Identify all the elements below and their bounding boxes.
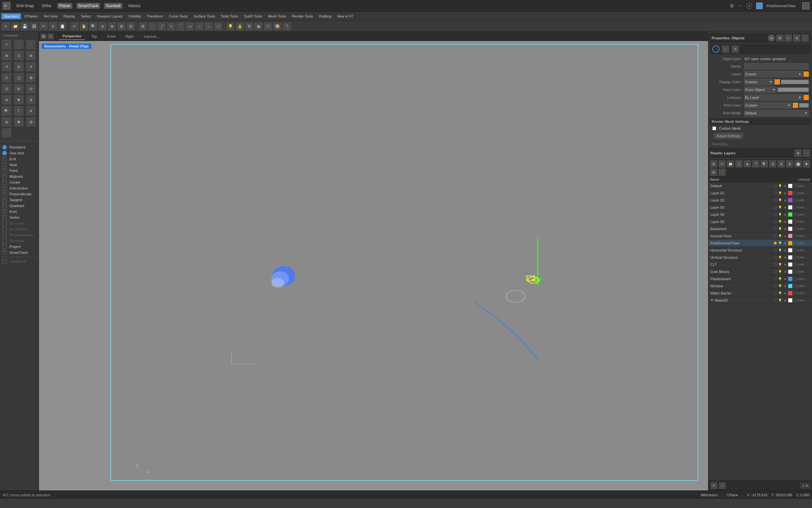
ellipse-btn[interactable]: ⬭ — [214, 22, 223, 31]
viewport-single-icon[interactable]: ▭ — [47, 33, 54, 40]
layers-btn-10[interactable]: ⊗ — [786, 160, 794, 168]
zoom-window[interactable]: ⊕ — [107, 22, 116, 31]
light-btn[interactable]: 💡 — [226, 22, 235, 31]
cmd20-btn[interactable]: ⊕ — [1, 117, 12, 127]
adjust-settings-btn[interactable]: Adjust Settings — [714, 133, 743, 139]
record-button[interactable]: ● — [747, 3, 752, 9]
snap-onmesh[interactable]: On mesh — [1, 238, 37, 244]
layers-btn-13[interactable]: ⊞ — [710, 168, 717, 176]
zoom-in[interactable]: 🔍 — [89, 22, 98, 31]
grid-snap-button[interactable]: Grid Snap — [14, 3, 36, 9]
menu-drafting[interactable]: Drafting — [316, 13, 334, 19]
select-tool-btn[interactable]: ↖ — [1, 39, 12, 50]
cmd3-btn[interactable]: ◎ — [14, 50, 24, 61]
snap-near[interactable]: Near — [1, 162, 37, 168]
menu-display[interactable]: Display — [61, 13, 78, 19]
circle-btn[interactable]: ○ — [195, 22, 204, 31]
viewport-tab-perspective[interactable]: Perspective — [59, 33, 85, 40]
menu-viewport-layout[interactable]: Viewport Layout — [94, 13, 125, 19]
layer-row-clt[interactable]: CLT 💡 ◈ Conti... — [708, 261, 812, 268]
save-file[interactable]: 💾 — [20, 22, 29, 31]
remove-layer-btn[interactable]: − — [719, 482, 726, 489]
curve-btn[interactable]: ∿ — [166, 22, 176, 31]
cmd6-btn[interactable]: ⊟ — [14, 61, 24, 72]
layer-row-05[interactable]: Layer 05 💡 ◈ Conti... — [708, 218, 812, 225]
layers-more[interactable]: ⋯ — [803, 150, 810, 157]
menu-new-v7[interactable]: New in V7 — [335, 13, 356, 19]
grid-btn[interactable]: ⊞ — [138, 22, 147, 31]
layer-row-first-second[interactable]: First/Second Floor 💡 ◈ Conti... — [708, 240, 812, 247]
obj-icon-mesh[interactable]: ⊞ — [732, 45, 739, 53]
props-icon-1[interactable]: ● — [768, 35, 775, 42]
viewport-tab-layouts[interactable]: Layouts... — [140, 33, 163, 40]
viewport-grid-icon[interactable]: ⊞ — [40, 33, 47, 40]
layers-btn-3[interactable]: 📁 — [727, 160, 734, 168]
cmd22-btn[interactable]: ⊞ — [26, 117, 36, 127]
curve-fit-btn[interactable]: ⌒ — [26, 39, 36, 50]
cmd2-btn[interactable]: ⊕ — [1, 50, 12, 61]
layer-row-default[interactable]: Default 💡 ◈ Conti... — [708, 182, 812, 189]
menu-surface-tools[interactable]: Surface Tools — [191, 13, 218, 19]
cmd5-btn[interactable]: ↺ — [1, 61, 12, 72]
lock-btn[interactable]: 🔒 — [235, 22, 244, 31]
custom-mesh-checkbox[interactable] — [712, 126, 716, 130]
cut-btn[interactable]: ✂ — [39, 22, 48, 31]
line-btn[interactable]: ╱ — [157, 22, 166, 31]
snap-center[interactable]: Center — [1, 179, 37, 185]
layer-row-horiz[interactable]: Horizontal Structure 💡 ◈ Conti... — [708, 247, 812, 254]
open-file[interactable]: 📁 — [11, 22, 20, 31]
layers-btn-7[interactable]: 🔍 — [760, 160, 768, 168]
snap-point[interactable]: Point — [1, 168, 37, 174]
snap-project[interactable]: Project — [1, 244, 37, 250]
rect-btn[interactable]: ▭ — [185, 22, 195, 31]
obj-icon-curve[interactable]: ∿ — [722, 45, 729, 53]
menu-mesh-tools[interactable]: Mesh Tools — [266, 13, 288, 19]
layer-row-02[interactable]: Layer 02 💡 ◈ Conti... — [708, 197, 812, 204]
layers-btn-9[interactable]: ⊕ — [777, 160, 785, 168]
menu-render-tools[interactable]: Render Tools — [289, 13, 316, 19]
menu-setview[interactable]: Set View — [41, 13, 60, 19]
viewport-tab-front[interactable]: Front — [103, 33, 120, 40]
point-tool-btn[interactable]: · — [14, 39, 24, 50]
layers-btn-2[interactable]: ↺ — [718, 160, 726, 168]
cplane-display[interactable]: CPlane — [727, 493, 738, 497]
cmd7-btn[interactable]: ✦ — [26, 61, 36, 72]
layers-btn-12[interactable]: ✱ — [803, 160, 810, 168]
cmd13-btn[interactable]: ⊟ — [26, 84, 36, 94]
cmd19-btn[interactable]: A — [26, 105, 36, 116]
linetype-select[interactable]: By Layer ▼ — [744, 94, 803, 101]
props-settings[interactable]: ⚙ — [793, 35, 800, 42]
add-layer-btn[interactable]: + — [710, 482, 717, 489]
menu-cplanes[interactable]: CPlanes — [22, 13, 41, 19]
layer-row-ground[interactable]: Ground Floor 💡 ◈ Conti... — [708, 232, 812, 240]
snap-perpendicular[interactable]: Perpendicular — [1, 191, 37, 197]
layer-row-03[interactable]: Layer 03 💡 ◈ Conti... — [708, 204, 812, 211]
layers-btn-14[interactable]: ⋮ — [718, 168, 726, 176]
layer-row-plaster[interactable]: Plasterboard 💡 ◈ Conti... — [708, 275, 812, 283]
layer-row-cork[interactable]: Cork Blocks 💡 ◈ Conti... — [708, 268, 812, 275]
sphere-btn[interactable]: ◉ — [254, 22, 263, 31]
layers-btn-5[interactable]: ◈ — [744, 160, 751, 168]
obj-icon-surface[interactable]: ○ — [712, 45, 719, 53]
snap-tangent[interactable]: Tangent — [1, 197, 37, 203]
layers-btn-8[interactable]: ⊟ — [769, 160, 777, 168]
cmd8-btn[interactable]: ⌬ — [1, 73, 12, 83]
zoom-out[interactable]: ⊖ — [98, 22, 107, 31]
render-btn[interactable]: 🖼 — [30, 22, 39, 31]
cmd14-btn[interactable]: ⊕ — [1, 95, 12, 105]
cmd18-btn[interactable]: T — [14, 105, 24, 116]
box3d-btn[interactable]: ⬡ — [264, 22, 273, 31]
snap-persistent[interactable]: Persistent — [1, 144, 37, 150]
cmd17-btn[interactable]: 🔍 — [1, 105, 12, 116]
snap-midpoint[interactable]: Midpoint — [1, 174, 37, 179]
props-icon-2[interactable]: ⌘ — [776, 35, 783, 42]
layers-btn-4[interactable]: ⬡ — [735, 160, 743, 168]
face-color-select[interactable]: From Object ▼ — [744, 86, 777, 93]
layer-row-04[interactable]: Layer 04 💡 ◈ Conti... — [708, 211, 812, 218]
snap-quadrant[interactable]: Quadrant — [1, 203, 37, 209]
snap-intersection[interactable]: Intersection — [1, 185, 37, 191]
snap-disableall[interactable]: Disable all — [1, 258, 37, 264]
menu-visibility[interactable]: Visibility — [126, 13, 144, 19]
viewport-tab-top[interactable]: Top — [87, 33, 101, 40]
menu-standard[interactable]: Standard — [1, 13, 21, 19]
